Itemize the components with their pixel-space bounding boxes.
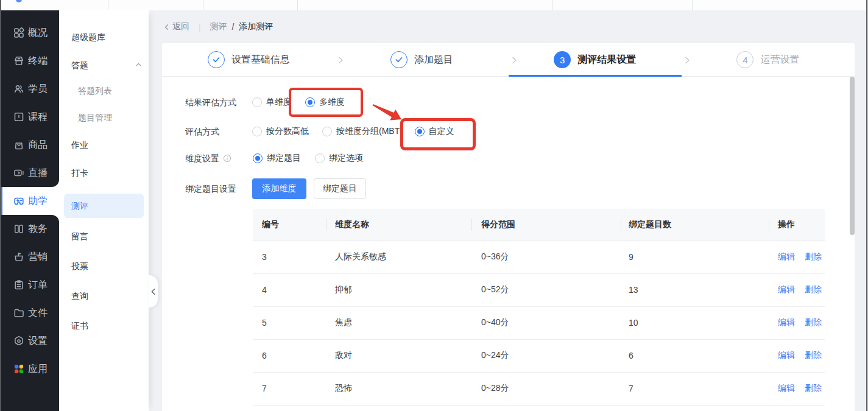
submenu-item-entry[interactable]: 超级题库 [59, 25, 149, 49]
delete-link[interactable]: 删除 [805, 251, 822, 261]
submenu-item-label: 答题列表 [78, 86, 112, 96]
submenu-item-label: 答题 [71, 60, 88, 70]
breadcrumb-current: 添加测评 [239, 21, 273, 32]
sidebar-item-file[interactable]: 文件 [0, 299, 59, 327]
submenu-item-entry[interactable]: 答题列表 [59, 79, 149, 103]
submenu-item-entry[interactable]: 答题 [59, 53, 149, 77]
active-tab-fillet [52, 180, 59, 187]
sidebar-item-label: 应用 [28, 363, 48, 376]
breadcrumb-parent-link[interactable]: 测评 [210, 21, 227, 32]
sidebar-item-goods[interactable]: 商品 [0, 131, 59, 159]
browser-tab-divider [692, 0, 693, 10]
radio-single-dimension[interactable]: 单维度 [252, 92, 292, 113]
form-label: 维度设置 [185, 148, 231, 169]
goods-icon [13, 139, 25, 151]
cell-count: 9 [621, 241, 769, 273]
step-arrow-icon [336, 56, 345, 65]
breadcrumb-divider: | [199, 23, 200, 32]
submenu-item-label: 留言 [71, 231, 88, 241]
cell-number: 4 [253, 273, 326, 306]
settings-icon [13, 335, 25, 347]
scrollbar-thumb[interactable] [850, 77, 855, 235]
assist-icon [13, 195, 25, 207]
browser-tab-divider [108, 0, 108, 10]
submenu-item-entry[interactable]: 留言 [59, 224, 149, 248]
sidebar-item-live[interactable]: 直播 [0, 159, 59, 187]
sidebar-item-label: 概况 [28, 27, 48, 40]
apps-icon [13, 363, 25, 375]
form-row-bind-question-settings: 绑定题目设置 添加维度 绑定题目 [162, 178, 855, 199]
step-operation-settings[interactable]: 4 运营设置 [682, 43, 855, 76]
edit-link[interactable]: 编辑 [778, 317, 795, 327]
submenu-item-entry[interactable]: 打卡 [59, 161, 149, 185]
sidebar-item-academic[interactable]: 教务 [0, 215, 59, 243]
radio-icon [315, 153, 325, 163]
radio-by-score[interactable]: 按分数高低 [252, 121, 309, 142]
cell-actions: 编辑 删除 [769, 372, 825, 405]
form-label: 评估方式 [185, 121, 219, 142]
delete-link[interactable]: 删除 [805, 383, 822, 393]
annotation-box-multi-dimension [289, 88, 363, 117]
column-header-name: 维度名称 [326, 209, 471, 241]
cell-range: 0~28分 [471, 372, 621, 405]
submenu-item-entry[interactable]: 查询 [59, 284, 149, 308]
cell-actions: 编辑 删除 [769, 306, 825, 339]
chevron-left-icon [150, 288, 156, 295]
cell-name: 恐怖 [326, 372, 471, 405]
step-result-settings[interactable]: 3 测评结果设置 [509, 43, 682, 76]
overview-icon [13, 27, 25, 39]
column-header-count: 绑定题目数 [621, 209, 769, 241]
submenu-item-label: 查询 [71, 291, 88, 301]
sidebar-item-settings[interactable]: 设置 [0, 327, 59, 355]
sidebar-item-order[interactable]: 订单 [0, 271, 59, 299]
sidebar-item-label: 课程 [28, 111, 48, 124]
step-add-questions[interactable]: 2 添加题目 [335, 43, 508, 76]
breadcrumb: 返回 | 测评 / 添加测评 [163, 10, 273, 43]
delete-link[interactable]: 删除 [805, 350, 822, 360]
sidebar-item-assist[interactable]: 助学 [0, 187, 59, 215]
delete-link[interactable]: 删除 [805, 284, 822, 294]
sidebar-item-overview[interactable]: 概况 [0, 19, 59, 47]
cell-range: 0~40分 [471, 306, 621, 339]
submenu-item-entry[interactable]: 作业 [59, 133, 149, 157]
edit-link[interactable]: 编辑 [778, 284, 795, 294]
sidebar-item-label: 学员 [28, 83, 48, 96]
sidebar-item-label: 营销 [28, 251, 48, 264]
form-label: 绑定题目设置 [185, 178, 236, 199]
sidebar-item-apps[interactable]: 应用 [0, 355, 59, 383]
sidebar-item-course[interactable]: 课程 [0, 103, 59, 131]
submenu-item-entry[interactable]: 投票 [59, 254, 149, 278]
radio-icon [252, 97, 262, 107]
cell-range: 0~36分 [471, 241, 621, 273]
bind-question-button[interactable]: 绑定题目 [314, 178, 366, 199]
order-icon [13, 279, 25, 291]
cell-number: 5 [253, 306, 326, 339]
submenu-item-entry[interactable]: 证书 [59, 314, 149, 338]
radio-icon [322, 127, 332, 136]
edit-link[interactable]: 编辑 [778, 350, 795, 360]
live-icon [13, 167, 25, 179]
edit-link[interactable]: 编辑 [778, 251, 795, 261]
cell-name: 人际关系敏感 [326, 241, 471, 273]
cell-count: 6 [621, 339, 769, 372]
delete-link[interactable]: 删除 [805, 317, 822, 327]
submenu-item-active[interactable]: 测评 [64, 194, 144, 218]
cell-name: 焦虑 [326, 306, 471, 339]
submenu-item-entry[interactable]: 题目管理 [59, 105, 149, 130]
sidebar-item-marketing[interactable]: 营销 [0, 243, 59, 271]
sidebar-item-terminal[interactable]: 终端 [0, 47, 59, 75]
radio-bind-options[interactable]: 绑定选项 [315, 148, 363, 169]
radio-bind-questions[interactable]: 绑定题目 [253, 148, 301, 169]
chevron-left-icon [163, 24, 170, 30]
add-dimension-button[interactable]: 添加维度 [252, 178, 306, 199]
table-header-row: 编号 维度名称 得分范围 绑定题目数 操作 [253, 209, 825, 241]
cell-actions: 编辑 删除 [769, 241, 825, 273]
annotation-arrow [365, 97, 408, 125]
cell-name: 敌对 [326, 339, 471, 372]
sidebar-collapse-handle[interactable] [149, 275, 158, 307]
sidebar-item-students[interactable]: 学员 [0, 75, 59, 103]
breadcrumb-back-link[interactable]: 返回 [172, 21, 189, 32]
edit-link[interactable]: 编辑 [778, 383, 795, 393]
browser-tab-divider [203, 0, 203, 10]
step-basic-info[interactable]: 1 设置基础信息 [162, 43, 335, 76]
